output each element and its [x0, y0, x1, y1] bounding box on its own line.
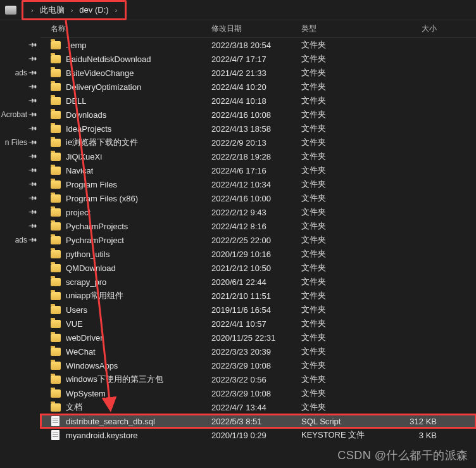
quick-access-sidebar: 📌📌ads📌📌📌Acrobat📌📌n Files📌📌📌📌📌📌📌ads📌: [0, 20, 41, 468]
chevron-right-icon[interactable]: ›: [111, 6, 122, 14]
item-type: 文件夹: [301, 179, 382, 190]
item-type: 文件夹: [301, 234, 382, 246]
quick-access-item[interactable]: 📌: [0, 177, 41, 191]
quick-access-label: ads: [15, 68, 27, 77]
folder-row[interactable]: PychramProject2022/2/25 22:00文件夹: [41, 233, 476, 247]
item-date: 2022/4/1 10:57: [211, 319, 301, 329]
item-type: 文件夹: [301, 374, 382, 385]
quick-access-label: n Files: [5, 138, 27, 147]
quick-access-item[interactable]: 📌: [0, 80, 41, 94]
folder-row[interactable]: JiQiXueXi2022/2/18 19:28文件夹: [41, 149, 476, 163]
folder-row[interactable]: QMDownload2021/2/12 10:50文件夹: [41, 261, 476, 275]
folder-row[interactable]: IdeaProjects2022/4/13 18:58文件夹: [41, 122, 476, 136]
folder-row[interactable]: 文档2022/4/7 13:44文件夹: [41, 400, 476, 414]
folder-row[interactable]: Program Files (x86)2022/4/16 10:00文件夹: [41, 191, 476, 205]
quick-access-item[interactable]: 📌: [0, 52, 41, 66]
col-header-type[interactable]: 类型: [301, 23, 382, 34]
folder-icon: [51, 320, 61, 328]
folder-row[interactable]: .temp2022/3/18 20:54文件夹: [41, 38, 476, 52]
file-icon: [51, 430, 60, 440]
item-date: 2022/3/29 10:08: [211, 389, 301, 398]
item-type: 文件夹: [301, 346, 382, 357]
item-date: 2022/3/29 10:08: [211, 361, 301, 370]
item-date: 2020/11/25 22:31: [211, 333, 301, 343]
breadcrumb-drive[interactable]: dev (D:): [77, 4, 111, 16]
folder-icon: [51, 376, 61, 384]
item-date: 2022/5/3 8:51: [211, 417, 301, 426]
folder-row[interactable]: windows下使用的第三方包2022/3/22 0:56文件夹: [41, 372, 476, 386]
chevron-right-icon[interactable]: ›: [67, 6, 77, 14]
pin-icon: 📌: [28, 166, 38, 175]
quick-access-item[interactable]: ads📌: [0, 233, 41, 247]
col-header-date[interactable]: 修改日期: [211, 23, 301, 34]
folder-row[interactable]: ie浏览器下载的文件2022/2/9 20:13文件夹: [41, 136, 476, 149]
folder-icon: [51, 362, 61, 370]
quick-access-item[interactable]: 📌: [0, 219, 41, 233]
folder-row[interactable]: Users2019/11/6 16:54文件夹: [41, 303, 476, 317]
folder-icon: [51, 334, 61, 342]
quick-access-item[interactable]: 📌: [0, 163, 41, 177]
folder-icon: [51, 306, 61, 314]
chevron-right-icon[interactable]: ›: [27, 6, 37, 14]
item-date: 2022/4/4 10:18: [211, 96, 301, 106]
file-row[interactable]: myandroid.keystore2020/1/19 0:29KEYSTORE…: [41, 428, 476, 442]
folder-icon: [51, 389, 61, 398]
pin-icon: 📌: [28, 236, 38, 245]
folder-row[interactable]: scrapy_pro2020/6/1 22:44文件夹: [41, 275, 476, 289]
item-name: .temp: [66, 41, 87, 50]
folder-row[interactable]: python_utils2020/1/29 10:16文件夹: [41, 247, 476, 261]
item-name: WpSystem: [66, 389, 106, 398]
breadcrumb[interactable]: › 此电脑 › dev (D:) ›: [0, 0, 476, 20]
item-name: Downloads: [66, 110, 106, 120]
item-name: project: [66, 208, 91, 217]
quick-access-item[interactable]: Acrobat📌: [0, 108, 41, 122]
item-name: WeChat: [66, 347, 96, 357]
folder-icon: [51, 83, 61, 91]
folder-row[interactable]: VUE2022/4/1 10:57文件夹: [41, 317, 476, 331]
folder-icon: [51, 236, 61, 244]
folder-icon: [51, 139, 61, 147]
folder-row[interactable]: BaiduNetdiskDownload2022/4/7 17:17文件夹: [41, 52, 476, 66]
quick-access-item[interactable]: 📌: [0, 122, 41, 136]
col-header-name[interactable]: 名称: [41, 23, 211, 34]
folder-row[interactable]: PycharmProjects2022/4/12 8:16文件夹: [41, 219, 476, 233]
folder-row[interactable]: Navicat2022/4/6 17:16文件夹: [41, 163, 476, 177]
item-type: 文件夹: [301, 109, 382, 120]
folder-row[interactable]: Program Files2022/4/12 10:34文件夹: [41, 177, 476, 191]
col-header-size[interactable]: 大小: [382, 23, 452, 34]
pin-icon: 📌: [28, 110, 38, 120]
file-row[interactable]: distribute_search_db.sql2022/5/3 8:51SQL…: [41, 414, 476, 428]
folder-row[interactable]: webDriver2020/11/25 22:31文件夹: [41, 331, 476, 345]
item-type: 文件夹: [301, 53, 382, 65]
item-type: 文件夹: [301, 165, 382, 176]
folder-row[interactable]: WpSystem2022/3/29 10:08文件夹: [41, 386, 476, 400]
quick-access-item[interactable]: n Files📌: [0, 136, 41, 149]
folder-row[interactable]: DELL2022/4/4 10:18文件夹: [41, 94, 476, 108]
item-name: 文档: [66, 402, 82, 413]
item-date: 2022/2/12 9:43: [211, 208, 301, 217]
quick-access-item[interactable]: 📌: [0, 205, 41, 219]
quick-access-item[interactable]: 📌: [0, 149, 41, 163]
folder-row[interactable]: WeChat2022/3/23 20:39文件夹: [41, 345, 476, 358]
breadcrumb-computer[interactable]: 此电脑: [37, 3, 67, 17]
quick-access-item[interactable]: 📌: [0, 191, 41, 205]
folder-row[interactable]: uniapp常用组件2021/2/10 11:51文件夹: [41, 289, 476, 303]
folder-row[interactable]: project2022/2/12 9:43文件夹: [41, 205, 476, 219]
file-icon: [51, 416, 60, 426]
quick-access-item[interactable]: ads📌: [0, 66, 41, 80]
folder-row[interactable]: BsiteVideoChange2021/4/2 21:33文件夹: [41, 66, 476, 80]
item-date: 2021/2/10 11:51: [211, 291, 301, 301]
item-name: webDriver: [66, 333, 103, 343]
folder-row[interactable]: WindowsApps2022/3/29 10:08文件夹: [41, 358, 476, 372]
folder-row[interactable]: DeliveryOptimization2022/4/4 10:20文件夹: [41, 80, 476, 94]
pin-icon: 📌: [28, 68, 38, 78]
item-name: scrapy_pro: [66, 277, 106, 287]
quick-access-item[interactable]: 📌: [0, 94, 41, 108]
item-date: 2022/4/12 8:16: [211, 222, 301, 231]
folder-row[interactable]: Downloads2022/4/16 10:08文件夹: [41, 108, 476, 122]
item-date: 2022/4/4 10:20: [211, 82, 301, 92]
folder-icon: [51, 153, 61, 161]
quick-access-item[interactable]: 📌: [0, 38, 41, 52]
item-name: WindowsApps: [66, 361, 118, 370]
folder-icon: [51, 111, 61, 119]
